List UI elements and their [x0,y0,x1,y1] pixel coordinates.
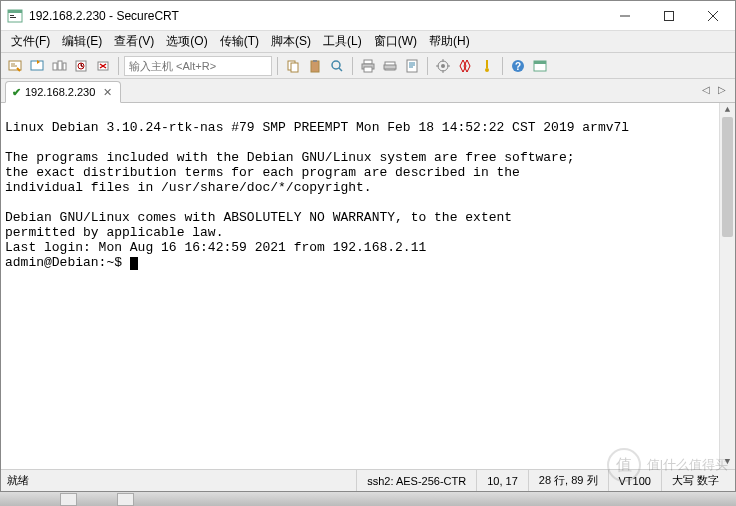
reconnect-icon[interactable] [71,56,91,76]
menu-transfer[interactable]: 传输(T) [214,31,265,52]
svg-rect-3 [10,17,16,18]
menu-options[interactable]: 选项(O) [160,31,213,52]
svg-point-28 [441,64,445,68]
securecrt-icon[interactable] [530,56,550,76]
tab-bar-icon[interactable] [49,56,69,76]
scroll-thumb[interactable] [722,117,733,237]
paste-icon[interactable] [305,56,325,76]
cursor [130,257,138,270]
menubar: 文件(F) 编辑(E) 查看(V) 选项(O) 传输(T) 脚本(S) 工具(L… [1,31,735,53]
bg-fragment [60,493,77,506]
svg-point-29 [485,68,489,72]
scroll-down-icon[interactable]: ▼ [720,455,735,469]
separator [427,57,428,75]
copy-icon[interactable] [283,56,303,76]
terminal-line: Last login: Mon Aug 16 16:42:59 2021 fro… [5,240,426,255]
quick-connect-icon[interactable] [27,56,47,76]
properties-icon[interactable] [402,56,422,76]
window-title: 192.168.2.230 - SecureCRT [29,9,603,23]
separator [502,57,503,75]
global-options-icon[interactable] [455,56,475,76]
svg-point-20 [332,61,340,69]
separator [277,57,278,75]
menu-help[interactable]: 帮助(H) [423,31,476,52]
host-input[interactable] [124,56,272,76]
print-screen-icon[interactable] [380,56,400,76]
svg-rect-23 [364,67,372,72]
terminal-line: Linux Debian 3.10.24-rtk-nas #79 SMP PRE… [5,120,629,135]
svg-rect-25 [384,65,396,69]
connected-icon: ✔ [12,86,21,99]
disconnect-icon[interactable] [93,56,113,76]
separator [118,57,119,75]
tab-label: 192.168.2.230 [25,86,95,98]
bg-fragment [117,493,134,506]
maximize-button[interactable] [647,2,691,30]
app-icon [7,8,23,24]
menu-tools[interactable]: 工具(L) [317,31,368,52]
keymap-icon[interactable] [477,56,497,76]
svg-rect-18 [311,61,319,72]
svg-rect-10 [53,63,57,70]
svg-rect-17 [291,63,298,72]
terminal[interactable]: Linux Debian 3.10.24-rtk-nas #79 SMP PRE… [1,103,735,469]
terminal-prompt: admin@Debian:~$ [5,255,130,270]
svg-text:?: ? [515,61,521,72]
connect-icon[interactable] [5,56,25,76]
status-caps: 大写 数字 [661,470,729,491]
tab-close-icon[interactable]: ✕ [103,86,112,99]
svg-rect-19 [313,60,317,62]
svg-rect-1 [8,10,22,13]
status-size: 28 行, 89 列 [528,470,608,491]
print-icon[interactable] [358,56,378,76]
scrollbar[interactable]: ▲ ▼ [719,103,735,469]
titlebar: 192.168.2.230 - SecureCRT [1,1,735,31]
menu-window[interactable]: 窗口(W) [368,31,423,52]
menu-edit[interactable]: 编辑(E) [56,31,108,52]
status-term: VT100 [608,470,661,491]
app-window: 192.168.2.230 - SecureCRT 文件(F) 编辑(E) 查看… [0,0,736,492]
scroll-up-icon[interactable]: ▲ [720,103,735,117]
minimize-button[interactable] [603,2,647,30]
session-tab[interactable]: ✔ 192.168.2.230 ✕ [5,81,121,103]
tab-next-icon[interactable]: ▷ [715,82,729,96]
svg-rect-5 [665,11,674,20]
help-icon[interactable]: ? [508,56,528,76]
menu-view[interactable]: 查看(V) [108,31,160,52]
session-options-icon[interactable] [433,56,453,76]
statusbar: 就绪 ssh2: AES-256-CTR 10, 17 28 行, 89 列 V… [1,469,735,491]
terminal-line: individual files in /usr/share/doc/*/cop… [5,180,372,195]
svg-rect-2 [10,15,14,16]
terminal-line: the exact distribution terms for each pr… [5,165,520,180]
svg-rect-11 [58,61,62,70]
svg-rect-26 [407,60,417,72]
status-ready: 就绪 [7,470,39,491]
background-strip [0,492,736,506]
status-protocol: ssh2: AES-256-CTR [356,470,476,491]
terminal-line: Debian GNU/Linux comes with ABSOLUTELY N… [5,210,512,225]
find-icon[interactable] [327,56,347,76]
svg-rect-12 [63,63,66,70]
tabbar: ✔ 192.168.2.230 ✕ ◁ ▷ [1,79,735,103]
svg-rect-21 [364,60,372,64]
menu-script[interactable]: 脚本(S) [265,31,317,52]
separator [352,57,353,75]
terminal-line: permitted by applicable law. [5,225,223,240]
svg-rect-33 [534,61,546,64]
close-button[interactable] [691,2,735,30]
terminal-line: The programs included with the Debian GN… [5,150,575,165]
toolbar: ? [1,53,735,79]
tab-nav: ◁ ▷ [699,82,729,96]
tab-prev-icon[interactable]: ◁ [699,82,713,96]
menu-file[interactable]: 文件(F) [5,31,56,52]
status-cursor: 10, 17 [476,470,528,491]
